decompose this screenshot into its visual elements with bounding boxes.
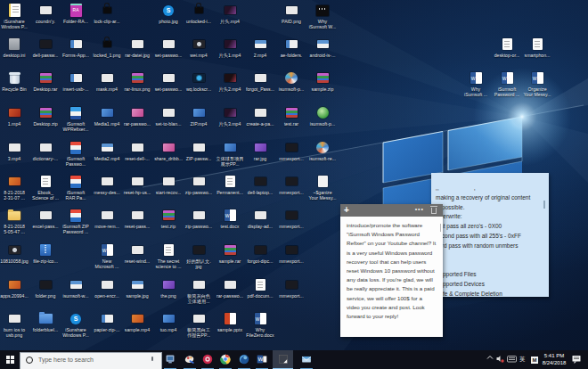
svg-text:W: W xyxy=(258,356,264,362)
